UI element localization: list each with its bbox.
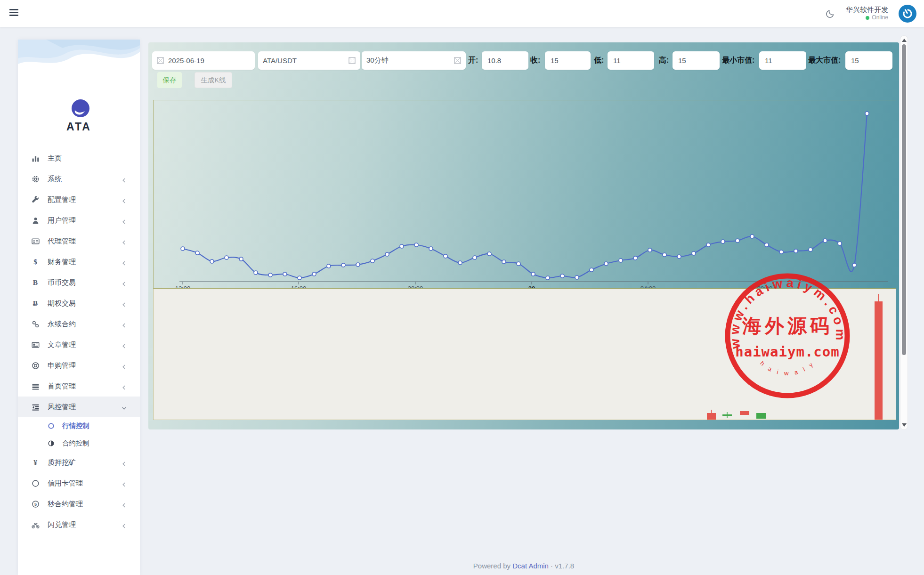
power-icon <box>902 8 913 19</box>
scroll-up-arrow-icon[interactable] <box>902 39 907 42</box>
dollar-icon: $ <box>31 258 40 266</box>
sidebar-item-gear[interactable]: 系统 <box>18 169 140 189</box>
generate-kline-button[interactable]: 生成K线 <box>195 72 232 88</box>
svg-text:12:00: 12:00 <box>175 285 191 288</box>
sidebar-item-bitcoin[interactable]: Ƀ期权交易 <box>18 293 140 314</box>
svg-text:20: 20 <box>528 285 535 288</box>
market-control-panel: 2025-06-19 ATA/USDT 30分钟 开:收:低:高:最小市值:最大… <box>148 42 899 429</box>
date-picker[interactable]: 2025-06-19 <box>152 51 255 70</box>
chevron-left-icon <box>122 502 127 507</box>
sidebar-item-yen[interactable]: ¥质押挖矿 <box>18 452 140 473</box>
min-market-cap-input[interactable] <box>759 51 806 70</box>
open-label: 开: <box>468 56 478 65</box>
sidebar-item-label: 期权交易 <box>48 299 76 308</box>
sidebar-item-bar-chart[interactable]: 主页 <box>18 148 140 169</box>
motorcycle-icon <box>31 520 40 529</box>
svg-text:20:00: 20:00 <box>408 285 423 288</box>
select-arrow-placeholder-icon <box>349 57 356 64</box>
user-name: 华兴软件开发 <box>846 6 888 15</box>
sidebar-item-outdent[interactable]: 风控管理 <box>18 397 140 417</box>
dark-mode-icon[interactable] <box>825 8 835 19</box>
footer-brand-link[interactable]: Dcat Admin <box>512 562 549 570</box>
sidebar-item-letter-b[interactable]: B币币交易 <box>18 272 140 293</box>
high-input[interactable] <box>673 51 720 70</box>
sidebar-item-label: 质押挖矿 <box>48 458 76 467</box>
sidebar-item-five-circle[interactable]: 5秒合约管理 <box>18 494 140 514</box>
sidebar-item-wrench[interactable]: 配置管理 <box>18 189 140 210</box>
sidebar-item-label: 用户管理 <box>48 216 76 225</box>
sidebar-wave-decoration <box>18 40 140 89</box>
life-ring-icon <box>31 361 40 370</box>
id-card-icon <box>31 237 40 245</box>
sidebar-item-motorcycle[interactable]: 闪兑管理 <box>18 514 140 535</box>
sidebar-item-newspaper[interactable]: 文章管理 <box>18 334 140 355</box>
chevron-left-icon <box>122 239 127 244</box>
max-market-cap-input[interactable] <box>845 51 892 70</box>
sidebar-item-label: 秒合约管理 <box>48 500 83 509</box>
sidebar-item-label: 申购管理 <box>48 361 76 370</box>
sidebar-item-circle[interactable]: 信用卡管理 <box>18 473 140 494</box>
interval-select[interactable]: 30分钟 <box>362 51 466 70</box>
scroll-down-arrow-icon[interactable] <box>902 423 907 427</box>
sidebar-item-list[interactable]: 首页管理 <box>18 376 140 397</box>
select-arrow-placeholder-icon <box>454 57 461 64</box>
navbar-right: 华兴软件开发 Online <box>825 0 916 27</box>
sidebar-item-life-ring[interactable]: 申购管理 <box>18 355 140 376</box>
sidebar-subitem-label: 行情控制 <box>62 421 89 430</box>
gear-icon <box>31 175 40 183</box>
page-root: 华兴软件开发 Online <box>0 0 924 575</box>
max-market-cap-label: 最大市值: <box>808 56 841 65</box>
sidebar-subitem-market-control[interactable]: 行情控制 <box>18 417 140 435</box>
svg-text:08:00: 08:00 <box>757 285 773 288</box>
price-line-chart: 12:0016:0020:002004:0008:00 <box>153 100 896 289</box>
sidebar-item-label: 信用卡管理 <box>48 479 83 488</box>
sidebar-item-label: 配置管理 <box>48 195 76 204</box>
chevron-left-icon <box>122 384 127 389</box>
chevron-left-icon <box>122 197 127 202</box>
sidebar-item-link[interactable]: 永续合约 <box>18 314 140 334</box>
chevron-left-icon <box>122 177 127 182</box>
pair-value: ATA/USDT <box>263 57 297 65</box>
letter-b-icon: B <box>31 278 40 287</box>
footer: Powered by Dcat Admin · v1.7.8 <box>148 562 899 570</box>
low-input[interactable] <box>608 51 654 70</box>
sidebar-subitem-contract-control[interactable]: 合约控制 <box>18 435 140 452</box>
brand-name: ATA <box>18 121 140 133</box>
sidebar-item-label: 首页管理 <box>48 382 76 391</box>
sidebar-item-label: 风控管理 <box>48 403 76 412</box>
chevron-left-icon <box>122 522 127 527</box>
footer-version: v1.7.8 <box>555 562 574 570</box>
sidebar-item-label: 闪兑管理 <box>48 520 76 529</box>
calendar-placeholder-icon <box>157 57 164 64</box>
sidebar-item-label: 代理管理 <box>48 237 76 246</box>
sidebar-item-user[interactable]: 用户管理 <box>18 210 140 231</box>
menu-toggle-icon[interactable] <box>9 9 19 17</box>
circle-icon <box>31 479 40 487</box>
interval-value: 30分钟 <box>366 56 389 65</box>
bar-chart-icon <box>31 154 40 162</box>
chevron-left-icon <box>122 280 127 285</box>
footer-powered-by: Powered by <box>473 562 511 570</box>
sidebar-subitem-label: 合约控制 <box>62 439 89 448</box>
yen-icon: ¥ <box>31 458 40 467</box>
user-status: Online <box>846 14 888 21</box>
open-input[interactable] <box>482 51 528 70</box>
sidebar-item-id-card[interactable]: 代理管理 <box>18 231 140 251</box>
chevron-left-icon <box>122 259 127 265</box>
user-icon <box>31 216 40 225</box>
save-button[interactable]: 保存 <box>157 72 182 88</box>
pair-select[interactable]: ATA/USDT <box>258 51 360 70</box>
avatar[interactable] <box>899 5 916 23</box>
vertical-scrollbar <box>900 35 908 430</box>
close-input[interactable] <box>545 51 591 70</box>
sidebar-item-dollar[interactable]: $财务管理 <box>18 251 140 272</box>
scrollbar-thumb[interactable] <box>902 44 906 355</box>
svg-text:04:00: 04:00 <box>640 285 656 288</box>
brand-logo <box>71 99 90 118</box>
chevron-left-icon <box>122 218 127 223</box>
close-label: 收: <box>530 56 540 65</box>
low-label: 低: <box>594 56 604 65</box>
user-menu[interactable]: 华兴软件开发 Online <box>846 6 888 22</box>
svg-text:16:00: 16:00 <box>291 285 307 288</box>
sidebar-item-label: 财务管理 <box>48 258 76 267</box>
